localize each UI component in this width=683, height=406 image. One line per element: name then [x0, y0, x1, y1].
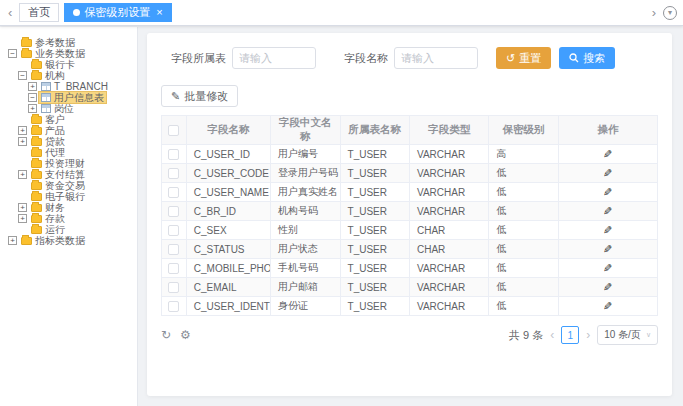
secrecy-level-cell: 低: [489, 240, 558, 259]
tree-node[interactable]: 存款: [29, 213, 67, 224]
row-edit-button[interactable]: ✎: [603, 186, 612, 199]
table-name-cell: T_USER: [340, 145, 409, 164]
tree-node-label: 参考数据: [35, 37, 75, 48]
table-name-cell: T_USER: [340, 240, 409, 259]
folder-icon: [31, 160, 42, 168]
tree-node[interactable]: 机构: [29, 70, 67, 81]
row-checkbox[interactable]: [168, 206, 179, 217]
row-checkbox-cell: [162, 164, 187, 183]
row-checkbox-cell: [162, 202, 187, 221]
search-button[interactable]: 搜索: [559, 47, 615, 69]
row-checkbox[interactable]: [168, 244, 179, 255]
field-name-input[interactable]: [394, 47, 478, 69]
tree-node-label: 代理: [45, 147, 65, 158]
app-window: ‹ 首页 保密级别设置 × › ▾ 参考数据−业务类数据银行卡−机构+T_BRA…: [0, 0, 683, 406]
tree-node[interactable]: T_BRANCH: [39, 81, 110, 92]
row-checkbox-cell: [162, 278, 187, 297]
tree-expand-icon[interactable]: +: [18, 137, 27, 146]
row-edit-button[interactable]: ✎: [603, 167, 612, 180]
next-page-icon[interactable]: ›: [586, 328, 590, 342]
tree-collapse-icon[interactable]: −: [8, 49, 17, 58]
row-checkbox-cell: [162, 183, 187, 202]
table-header-row: 字段名称字段中文名称所属表名称字段类型保密级别操作: [162, 116, 658, 145]
refresh-icon[interactable]: ↻: [161, 329, 171, 341]
prev-page-icon[interactable]: ‹: [550, 328, 554, 342]
table-name-cell: T_USER: [340, 183, 409, 202]
select-all-checkbox[interactable]: [168, 125, 179, 136]
tree-expand-icon[interactable]: +: [8, 236, 17, 245]
table-row: C_USER_IDENTITY身份证T_USERVARCHAR低✎: [162, 297, 658, 316]
field-name-cell: C_USER_ID: [186, 145, 270, 164]
tab-scroll-right-icon[interactable]: ›: [650, 6, 658, 19]
tab-scroll-left-icon[interactable]: ‹: [6, 6, 14, 19]
row-checkbox[interactable]: [168, 225, 179, 236]
tree-expand-icon[interactable]: +: [18, 203, 27, 212]
page-size-select[interactable]: 10 条/页 ∨: [597, 325, 658, 345]
batch-edit-button[interactable]: ✎ 批量修改: [161, 85, 238, 107]
tab-secrecy-level-settings[interactable]: 保密级别设置 ×: [64, 3, 171, 22]
tab-menu-icon[interactable]: ▾: [663, 6, 677, 20]
tree-row: +产品: [0, 125, 137, 136]
table-header-5: 操作: [558, 116, 657, 145]
row-checkbox[interactable]: [168, 301, 179, 312]
row-checkbox[interactable]: [168, 168, 179, 179]
tree-row: +财务: [0, 202, 137, 213]
tree-node[interactable]: 客户: [29, 114, 67, 125]
tab-home[interactable]: 首页: [19, 3, 59, 22]
tree-node[interactable]: 支付结算: [29, 169, 87, 180]
tree-node[interactable]: 财务: [29, 202, 67, 213]
tree-node[interactable]: 业务类数据: [19, 48, 87, 59]
tree-node[interactable]: 运行: [29, 224, 67, 235]
row-checkbox[interactable]: [168, 149, 179, 160]
tree-expand-icon[interactable]: +: [18, 126, 27, 135]
tree-node[interactable]: 产品: [29, 125, 67, 136]
row-edit-button[interactable]: ✎: [603, 262, 612, 275]
row-edit-button[interactable]: ✎: [603, 300, 612, 313]
tree-expand-icon[interactable]: +: [28, 104, 37, 113]
tree-expand-icon[interactable]: +: [18, 170, 27, 179]
table-header-3: 字段类型: [409, 116, 488, 145]
tree-collapse-icon[interactable]: −: [18, 71, 27, 80]
tree-row: 资金交易: [0, 180, 137, 191]
tree-node[interactable]: 银行卡: [29, 59, 77, 70]
batch-edit-label: 批量修改: [184, 89, 228, 104]
tree-node[interactable]: 代理: [29, 147, 67, 158]
row-checkbox[interactable]: [168, 187, 179, 198]
tree-row: +存款: [0, 213, 137, 224]
row-edit-button[interactable]: ✎: [603, 205, 612, 218]
row-edit-button[interactable]: ✎: [603, 148, 612, 161]
tree-node[interactable]: 投资理财: [29, 158, 87, 169]
tab-bar: ‹ 首页 保密级别设置 × › ▾: [0, 0, 683, 26]
tree-expand-icon[interactable]: +: [28, 82, 37, 91]
field-name-cell: C_USER_CODE: [186, 164, 270, 183]
tree-node[interactable]: 参考数据: [19, 37, 77, 48]
tree-row: +T_BRANCH: [0, 81, 137, 92]
tab-close-icon[interactable]: ×: [156, 7, 162, 18]
row-checkbox[interactable]: [168, 282, 179, 293]
row-edit-button[interactable]: ✎: [603, 281, 612, 294]
folder-icon: [31, 116, 42, 124]
tree-node[interactable]: 指标类数据: [19, 235, 87, 246]
row-checkbox[interactable]: [168, 263, 179, 274]
table-header-1: 字段中文名称: [271, 116, 340, 145]
row-edit-button[interactable]: ✎: [603, 224, 612, 237]
tree-collapse-icon[interactable]: −: [28, 93, 37, 102]
search-form: 字段所属表 字段名称 ↺ 重置 搜索: [161, 47, 658, 69]
tree-node-label: 运行: [45, 224, 65, 235]
table-header-0: 字段名称: [186, 116, 270, 145]
tree-node[interactable]: 贷款: [29, 136, 67, 147]
tree-node[interactable]: 用户信息表: [39, 92, 106, 103]
table-icon: [41, 82, 51, 91]
field-name-label: 字段名称: [344, 51, 388, 66]
tree-row: 投资理财: [0, 158, 137, 169]
tree-node[interactable]: 电子银行: [29, 191, 87, 202]
reset-button[interactable]: ↺ 重置: [496, 47, 551, 69]
tree-node[interactable]: 资金交易: [29, 180, 87, 191]
gear-icon[interactable]: ⚙: [180, 329, 191, 341]
field-table-input[interactable]: [232, 47, 316, 69]
tree-node[interactable]: 岗位: [39, 103, 76, 114]
tree-expand-icon[interactable]: +: [18, 214, 27, 223]
page-number-1[interactable]: 1: [561, 326, 579, 344]
field-cn-name-cell: 用户编号: [271, 145, 340, 164]
row-edit-button[interactable]: ✎: [603, 243, 612, 256]
